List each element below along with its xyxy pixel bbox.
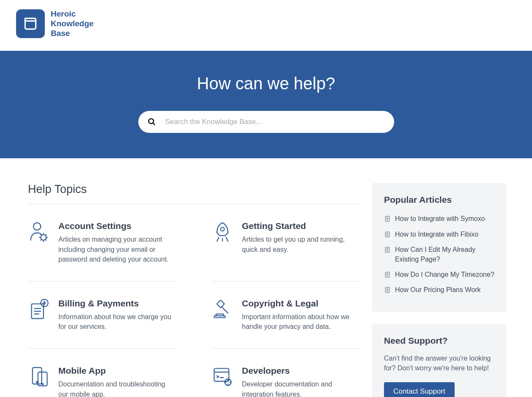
article-link[interactable]: How Do I Change My Timezone? [384,268,495,281]
rocket-icon [211,221,233,243]
svg-rect-7 [217,300,224,308]
popular-articles-list: How to Integrate with Symoxo How to Inte… [384,212,495,296]
need-support-panel: Need Support? Can't find the answer you'… [372,324,507,397]
gavel-icon [211,298,233,320]
svg-point-12 [42,383,43,385]
brand-logo-icon [16,9,45,38]
contact-support-button[interactable]: Contact Support [384,382,455,397]
brand-name: Heroic Knowledge Base [51,9,93,38]
svg-point-4 [221,228,225,232]
topic-mobile-app[interactable]: Mobile App Documentation and troubleshoo… [28,349,177,397]
popular-articles-heading: Popular Articles [384,195,495,205]
document-icon [384,271,391,278]
document-icon [384,231,391,238]
document-icon [384,287,391,293]
topic-desc: Important information about how we handl… [242,312,360,331]
main-content: Help Topics Account Settings Articles on… [28,183,360,397]
topic-title: Copyright & Legal [242,298,360,309]
header: Heroic Knowledge Base [0,0,532,51]
brand-logo[interactable]: Heroic Knowledge Base [16,9,516,38]
svg-line-1 [153,123,154,125]
topic-title: Mobile App [58,366,177,376]
article-link[interactable]: How to Integrate with Fibixo [384,228,495,241]
sidebar: Popular Articles How to Integrate with S… [372,183,507,397]
topic-desc: Articles to get you up and running, quic… [242,234,360,254]
search-icon [148,118,156,126]
help-topics-grid: Account Settings Articles on managing yo… [28,204,360,397]
mobile-icon [28,366,50,388]
need-support-text: Can't find the answer you're looking for… [384,353,495,373]
document-icon [384,215,391,222]
help-topics-heading: Help Topics [28,183,360,196]
topic-desc: Articles on managing your account includ… [58,234,177,264]
search-input[interactable] [138,111,394,133]
svg-point-3 [41,235,46,240]
topic-billing-payments[interactable]: Billing & Payments Information about how… [28,281,177,349]
article-link[interactable]: How Our Pricing Plans Work [384,284,495,296]
topic-copyright-legal[interactable]: Copyright & Legal Important information … [211,281,360,349]
topic-title: Account Settings [58,221,177,231]
topic-title: Developers [242,366,360,376]
svg-point-11 [36,382,38,383]
article-link[interactable]: How Can I Edit My Already Existing Page? [384,243,495,266]
popular-articles-panel: Popular Articles How to Integrate with S… [372,183,507,312]
hero-title: How can we help? [0,74,532,93]
topic-account-settings[interactable]: Account Settings Articles on managing yo… [28,204,177,281]
topic-getting-started[interactable]: Getting Started Articles to get you up a… [211,204,360,281]
user-gear-icon [28,221,50,243]
topic-desc: Information about how we charge you for … [58,312,177,331]
search-wrap [138,111,394,133]
article-link[interactable]: How to Integrate with Symoxo [384,212,495,225]
svg-point-2 [33,223,41,230]
document-icon [384,246,391,253]
invoice-icon [28,298,50,320]
topic-desc: Developer documentation and integration … [242,379,360,397]
dev-window-icon [211,366,233,388]
topic-desc: Documentation and troubleshooting our mo… [58,379,177,397]
topic-title: Getting Started [242,221,360,231]
need-support-heading: Need Support? [384,336,495,346]
topic-title: Billing & Payments [58,298,177,309]
hero-section: How can we help? [0,51,532,158]
topic-developers[interactable]: Developers Developer documentation and i… [211,349,360,397]
